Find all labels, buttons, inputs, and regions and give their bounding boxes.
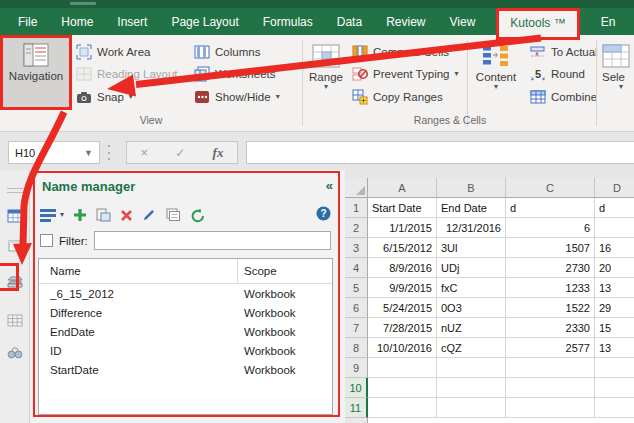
column-header-b[interactable]: B	[437, 178, 506, 198]
cell[interactable]: Start Date	[368, 198, 437, 218]
row-header-5[interactable]: 5	[345, 278, 368, 298]
cell[interactable]: 9/9/2015	[368, 278, 437, 298]
cell[interactable]: 13	[595, 278, 634, 298]
round-button[interactable]: 5 Round	[530, 65, 585, 83]
cell[interactable]: 16	[595, 238, 634, 258]
worksheets-button[interactable]: Worksheets	[194, 65, 276, 83]
work-area-button[interactable]: Work Area	[76, 43, 150, 61]
name-list-row[interactable]: _6_15_2012Workbook	[39, 284, 332, 303]
tab-page-layout[interactable]: Page Layout	[171, 8, 238, 35]
name-list[interactable]: Name Scope _6_15_2012WorkbookDifferenceW…	[38, 258, 333, 415]
cell[interactable]: 10/10/2016	[368, 338, 437, 358]
sidebar-item-find[interactable]	[0, 340, 30, 364]
name-box-dropdown-caret[interactable]: ▼	[84, 148, 99, 158]
tab-formulas[interactable]: Formulas	[263, 8, 313, 35]
cell[interactable]: End Date	[437, 198, 506, 218]
name-list-row[interactable]: IDWorkbook	[39, 341, 332, 360]
cell[interactable]: 6	[506, 218, 595, 238]
content-button[interactable]: Content ▾	[470, 37, 522, 108]
cell[interactable]	[595, 218, 634, 238]
column-header-d[interactable]: D	[595, 178, 634, 198]
formula-input[interactable]	[246, 141, 634, 164]
cell[interactable]: 8/9/2016	[368, 258, 437, 278]
tab-en[interactable]: En	[601, 8, 616, 35]
row-header-12[interactable]	[345, 418, 368, 423]
cell[interactable]: 13	[595, 338, 634, 358]
cell[interactable]: 2730	[506, 258, 595, 278]
cell[interactable]: 0O3	[437, 298, 506, 318]
name-box[interactable]: H10 ▼	[8, 141, 100, 164]
sidebar-item-workbook[interactable]	[0, 204, 30, 228]
show-hide-button[interactable]: Show/Hide ▾	[194, 88, 280, 106]
pane-resize-handle[interactable]	[7, 188, 23, 193]
cell[interactable]	[595, 398, 634, 418]
row-header-1[interactable]: 1	[345, 198, 368, 218]
compare-cells-button[interactable]: Compare Cells	[352, 43, 449, 61]
columns-button[interactable]: Columns	[194, 43, 260, 61]
filter-input[interactable]	[94, 231, 331, 250]
prevent-typing-button[interactable]: Prevent Typing ▾	[352, 65, 459, 83]
cell[interactable]: 7/28/2015	[368, 318, 437, 338]
tab-insert[interactable]: Insert	[117, 8, 147, 35]
tab-view[interactable]: View	[450, 8, 476, 35]
tab-review[interactable]: Review	[386, 8, 425, 35]
cell[interactable]	[437, 378, 506, 398]
scope-column-header[interactable]: Scope	[237, 259, 332, 283]
refresh-icon[interactable]	[190, 208, 206, 223]
quick-access-toolbar[interactable]	[70, 2, 96, 5]
cell[interactable]: 2330	[506, 318, 595, 338]
cell[interactable]: d	[595, 198, 634, 218]
cell[interactable]: 29	[595, 298, 634, 318]
tab-home[interactable]: Home	[61, 8, 93, 35]
view-menu-button[interactable]: ▾	[40, 208, 64, 222]
cell[interactable]: fxC	[437, 278, 506, 298]
range-button[interactable]: Range ▾	[304, 37, 348, 108]
tab-kutools[interactable]: Kutools ™	[499, 10, 576, 35]
cell[interactable]	[595, 358, 634, 378]
sidebar-item-name-manager[interactable]	[0, 270, 30, 294]
row-header-3[interactable]: 3	[345, 238, 368, 258]
row-header-8[interactable]: 8	[345, 338, 368, 358]
cell[interactable]: UDj	[437, 258, 506, 278]
sidebar-item-worksheet[interactable]	[0, 234, 30, 258]
edit-name-icon[interactable]	[142, 208, 156, 222]
to-actual-button[interactable]: To Actual	[530, 43, 598, 61]
cell[interactable]: 12/31/2016	[437, 218, 506, 238]
row-header-10[interactable]: 10	[345, 378, 368, 398]
cell[interactable]: d	[506, 198, 595, 218]
row-header-9[interactable]: 9	[345, 358, 368, 378]
tab-data[interactable]: Data	[337, 8, 362, 35]
delete-name-icon[interactable]	[120, 209, 133, 222]
cell[interactable]	[368, 378, 437, 398]
paste-name-icon[interactable]	[96, 208, 111, 222]
cell[interactable]: 3Ul	[437, 238, 506, 258]
row-header-4[interactable]: 4	[345, 258, 368, 278]
cell[interactable]	[437, 398, 506, 418]
cell[interactable]: 15	[595, 318, 634, 338]
row-header-7[interactable]: 7	[345, 318, 368, 338]
row-header-11[interactable]: 11	[345, 398, 368, 418]
cell[interactable]	[368, 358, 437, 378]
cell[interactable]: cQZ	[437, 338, 506, 358]
filter-checkbox[interactable]	[40, 234, 53, 247]
cell[interactable]: 1522	[506, 298, 595, 318]
combine-button[interactable]: Combine	[530, 88, 597, 106]
name-list-row[interactable]: StartDateWorkbook	[39, 360, 332, 379]
collapse-pane-icon[interactable]: «	[326, 178, 333, 193]
cell[interactable]	[506, 358, 595, 378]
cell[interactable]	[506, 398, 595, 418]
name-column-header[interactable]: Name	[39, 265, 237, 277]
add-name-icon[interactable]	[73, 208, 87, 222]
enter-icon[interactable]: ✓	[175, 146, 185, 160]
cell[interactable]: nUZ	[437, 318, 506, 338]
cell[interactable]: 1233	[506, 278, 595, 298]
cell[interactable]	[368, 398, 437, 418]
column-header-a[interactable]: A	[368, 178, 437, 198]
name-list-row[interactable]: DifferenceWorkbook	[39, 303, 332, 322]
cell[interactable]: 20	[595, 258, 634, 278]
cell[interactable]	[506, 378, 595, 398]
row-header-2[interactable]: 2	[345, 218, 368, 238]
snap-button[interactable]: Snap ▾	[76, 88, 133, 106]
cell[interactable]: 2577	[506, 338, 595, 358]
cell[interactable]	[437, 358, 506, 378]
